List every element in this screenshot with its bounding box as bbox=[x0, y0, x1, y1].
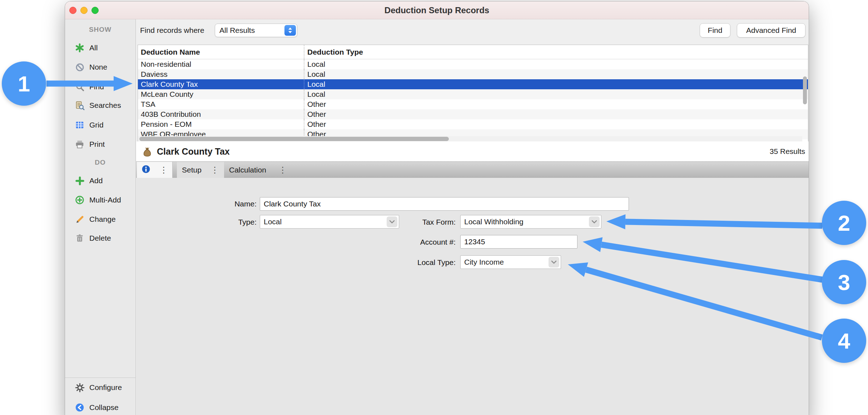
setup-form-pane: Name: Type: Local Tax Form: Local Withho… bbox=[136, 178, 809, 415]
cell-deduction-type: Local bbox=[304, 89, 808, 99]
table-row[interactable]: Daviess Local bbox=[138, 69, 808, 79]
tax-form-dropdown[interactable]: Local Withholding bbox=[460, 215, 601, 229]
account-label: Account #: bbox=[372, 238, 456, 246]
sidebar-item-label: Searches bbox=[89, 101, 121, 110]
sidebar-item-all[interactable]: All bbox=[65, 41, 135, 55]
results-filter-value: All Results bbox=[219, 26, 255, 35]
sidebar-item-grid[interactable]: Grid bbox=[65, 118, 135, 132]
sidebar-section-show: SHOW bbox=[65, 22, 135, 37]
annotation-number: 3 bbox=[838, 270, 850, 295]
cell-deduction-name: 403B Contribution bbox=[138, 109, 304, 119]
sidebar-item-label: Collapse bbox=[89, 403, 119, 412]
table-row[interactable]: McLean County Local bbox=[138, 89, 808, 99]
sidebar-item-label: All bbox=[89, 44, 98, 52]
content-area: Find records where All Results Find Adva… bbox=[136, 19, 809, 415]
column-header-deduction-type[interactable]: Deduction Type bbox=[304, 45, 808, 59]
annotation-number: 2 bbox=[838, 210, 850, 236]
annotation-circle-4: 4 bbox=[822, 319, 866, 363]
sidebar-divider bbox=[65, 378, 135, 378]
tab-calculation[interactable]: Calculation ⋮ bbox=[224, 162, 292, 178]
results-filter-select[interactable]: All Results bbox=[215, 24, 297, 37]
table-row[interactable]: 403B Contribution Other bbox=[138, 109, 808, 119]
sidebar-item-none[interactable]: None bbox=[65, 60, 135, 74]
annotation-number: 1 bbox=[18, 71, 30, 96]
cell-deduction-name: Daviess bbox=[138, 69, 304, 79]
sidebar-item-multi-add[interactable]: Multi-Add bbox=[65, 193, 135, 207]
sidebar-item-label: Find bbox=[89, 82, 104, 91]
type-value: Local bbox=[264, 218, 282, 226]
table-row[interactable]: TSA Other bbox=[138, 99, 808, 109]
sidebar-item-print[interactable]: Print bbox=[65, 137, 135, 151]
tax-form-value: Local Withholding bbox=[464, 218, 524, 226]
name-label: Name: bbox=[190, 200, 257, 208]
record-header: Clark County Tax 35 Results bbox=[136, 141, 809, 161]
tax-form-label: Tax Form: bbox=[383, 218, 456, 226]
sidebar-item-label: Add bbox=[89, 176, 103, 185]
horizontal-scrollbar[interactable] bbox=[138, 136, 802, 142]
account-input[interactable] bbox=[460, 235, 577, 249]
tab-label: Calculation bbox=[229, 166, 266, 174]
table-body: Non-residential Local Daviess Local Clar… bbox=[138, 59, 808, 139]
sidebar-item-label: Multi-Add bbox=[89, 196, 121, 204]
table-row[interactable]: Pension - EOM Other bbox=[138, 119, 808, 129]
type-dropdown[interactable]: Local bbox=[260, 215, 399, 229]
cell-deduction-type: Other bbox=[304, 119, 808, 129]
results-count: 35 Results bbox=[770, 141, 805, 161]
tab-options-dots-icon[interactable]: ⋮ bbox=[278, 166, 287, 174]
cell-deduction-name: Non-residential bbox=[138, 59, 304, 69]
results-table: Deduction Name Deduction Type Non-reside… bbox=[138, 45, 808, 142]
sidebar-item-delete[interactable]: Delete bbox=[65, 231, 135, 245]
sidebar-item-configure[interactable]: Configure bbox=[65, 380, 135, 395]
sidebar-item-label: Configure bbox=[89, 383, 122, 392]
table-row-selected[interactable]: Clark County Tax Local bbox=[138, 79, 808, 89]
trash-icon bbox=[74, 233, 85, 244]
screenshot-root: Deduction Setup Records SHOW All None bbox=[0, 0, 868, 415]
local-type-dropdown[interactable]: City Income bbox=[460, 255, 561, 269]
tab-strip: ⋮ Setup ⋮ Calculation ⋮ bbox=[136, 161, 809, 178]
column-header-deduction-name[interactable]: Deduction Name bbox=[138, 45, 304, 59]
table-row[interactable]: Non-residential Local bbox=[138, 59, 808, 69]
grid-icon bbox=[74, 120, 85, 130]
advanced-find-button[interactable]: Advanced Find bbox=[737, 23, 805, 38]
info-segment[interactable]: ⋮ bbox=[137, 162, 173, 178]
annotation-circle-1: 1 bbox=[2, 61, 46, 106]
name-input[interactable] bbox=[260, 197, 629, 211]
tab-setup[interactable]: Setup ⋮ bbox=[177, 162, 224, 178]
tab-options-dots-icon[interactable]: ⋮ bbox=[159, 166, 168, 174]
cell-deduction-type: Local bbox=[304, 69, 808, 79]
select-chevrons-icon bbox=[284, 25, 296, 36]
sidebar-item-change[interactable]: Change bbox=[65, 212, 135, 226]
collapse-icon bbox=[74, 402, 85, 413]
cell-deduction-name: McLean County bbox=[138, 89, 304, 99]
horizontal-scrollbar-thumb[interactable] bbox=[139, 137, 449, 141]
cell-deduction-type: Local bbox=[304, 79, 808, 89]
annotation-circle-3: 3 bbox=[822, 260, 866, 304]
cell-deduction-type: Other bbox=[304, 99, 808, 109]
saved-search-icon bbox=[74, 100, 85, 111]
printer-icon bbox=[74, 139, 85, 150]
sidebar-item-add[interactable]: Add bbox=[65, 174, 135, 188]
chevron-down-icon[interactable] bbox=[589, 216, 600, 227]
find-button[interactable]: Find bbox=[700, 23, 730, 38]
sidebar-item-find[interactable]: Find bbox=[65, 80, 135, 94]
vertical-scrollbar-thumb[interactable] bbox=[803, 76, 807, 104]
sidebar-item-collapse[interactable]: Collapse bbox=[65, 400, 135, 415]
sidebar-item-label: Grid bbox=[89, 121, 104, 129]
sidebar-item-label: None bbox=[89, 63, 107, 71]
money-bag-icon bbox=[142, 146, 153, 158]
circle-plus-icon bbox=[74, 195, 85, 205]
annotation-number: 4 bbox=[838, 328, 850, 354]
local-type-value: City Income bbox=[464, 258, 504, 266]
info-icon[interactable] bbox=[141, 164, 151, 175]
prohibit-icon bbox=[74, 62, 85, 72]
chevron-down-icon[interactable] bbox=[549, 257, 559, 268]
plus-icon bbox=[74, 175, 85, 186]
sidebar-item-searches[interactable]: Searches bbox=[65, 98, 135, 112]
gear-icon bbox=[74, 382, 85, 393]
tab-options-dots-icon[interactable]: ⋮ bbox=[210, 166, 219, 174]
cell-deduction-name: Clark County Tax bbox=[138, 79, 304, 89]
app-window: Deduction Setup Records SHOW All None bbox=[65, 1, 809, 415]
type-label: Type: bbox=[190, 218, 257, 226]
sidebar-item-label: Delete bbox=[89, 234, 111, 242]
find-records-where-label: Find records where bbox=[140, 26, 204, 35]
